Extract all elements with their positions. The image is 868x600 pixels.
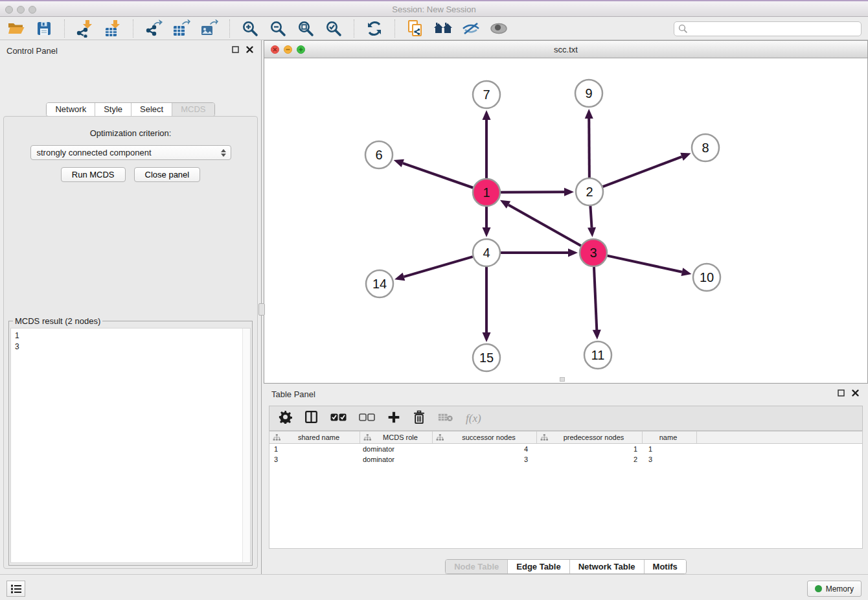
app-titlebar: Session: New Session — [0, 0, 868, 17]
task-history-button[interactable] — [6, 581, 25, 597]
tab-select[interactable]: Select — [131, 103, 172, 116]
open-session-icon[interactable] — [6, 19, 26, 38]
edge-3-1[interactable] — [508, 205, 581, 246]
table-panel-header: Table Panel — [264, 384, 868, 405]
tab-style[interactable]: Style — [95, 103, 131, 116]
delete-table-icon — [438, 412, 453, 425]
node-table: shared name MCDS role successor nodes pr… — [269, 431, 863, 549]
hide-selected-icon[interactable] — [461, 19, 481, 38]
import-network-icon[interactable] — [75, 19, 95, 38]
settings-gear-icon[interactable] — [279, 410, 292, 426]
toolbar-separator — [229, 19, 230, 38]
node-label-2: 2 — [586, 185, 593, 199]
export-table-icon[interactable] — [172, 19, 191, 38]
list-icon — [11, 584, 21, 594]
attribute-tree-icon — [436, 434, 444, 441]
toolbar-separator — [133, 19, 133, 38]
save-session-icon[interactable] — [34, 19, 54, 38]
refresh-network-icon[interactable] — [365, 19, 384, 38]
memory-status-icon — [815, 585, 822, 592]
edge-1-6[interactable] — [403, 163, 473, 188]
split-panel-icon[interactable] — [304, 410, 318, 426]
select-stepper-icon — [220, 147, 227, 159]
optimization-criterion-label: Optimization criterion: — [4, 128, 257, 138]
function-builder-icon: f(x) — [466, 412, 481, 425]
mcds-panel-body: Optimization criterion: strongly connect… — [3, 116, 258, 569]
edge-2-8[interactable] — [603, 157, 682, 187]
tab-edge-table[interactable]: Edge Table — [507, 560, 569, 573]
zoom-in-icon[interactable] — [240, 19, 260, 38]
node-label-6: 6 — [375, 148, 382, 162]
home-view-icon[interactable] — [433, 19, 453, 38]
float-table-panel-icon[interactable] — [838, 389, 845, 397]
tab-node-table[interactable]: Node Table — [446, 560, 507, 573]
mcds-result-line: 1 — [15, 330, 238, 341]
tab-network[interactable]: Network — [47, 103, 95, 116]
node-label-14: 14 — [372, 277, 387, 291]
table-row[interactable]: 3 dominator 3 2 3 — [269, 454, 862, 465]
column-header-shared-name[interactable]: shared name — [269, 432, 360, 443]
edge-3-10[interactable] — [607, 256, 681, 272]
control-panel-title: Control Panel — [6, 46, 58, 56]
toolbar-separator — [354, 19, 354, 38]
add-column-icon[interactable] — [387, 411, 400, 426]
clone-network-icon[interactable] — [405, 19, 425, 38]
zoom-fit-icon[interactable] — [296, 19, 315, 38]
zoom-out-icon[interactable] — [268, 19, 288, 38]
canvas-resize-grip[interactable] — [560, 377, 565, 382]
node-label-15: 15 — [479, 351, 494, 365]
edge-arrowhead — [593, 330, 601, 340]
network-canvas[interactable]: 7968124314101511 — [264, 58, 867, 383]
criterion-value: strongly connected component — [37, 148, 152, 157]
edge-arrowhead — [681, 268, 692, 276]
splitter-grip[interactable] — [258, 303, 265, 316]
show-eye-icon[interactable] — [489, 19, 508, 38]
float-panel-icon[interactable] — [232, 46, 239, 53]
edge-4-14[interactable] — [404, 257, 472, 277]
table-header-row: shared name MCDS role successor nodes pr… — [269, 432, 862, 444]
criterion-select[interactable]: strongly connected component — [30, 145, 231, 160]
delete-column-icon[interactable] — [413, 410, 426, 427]
zoom-selected-icon[interactable] — [324, 19, 343, 38]
select-all-icon[interactable] — [330, 413, 347, 424]
attribute-tree-icon — [273, 434, 280, 441]
mcds-result-box[interactable]: 1 3 — [10, 328, 251, 563]
network-view-window: scc.txt 7968124314101511 — [264, 40, 868, 384]
network-window-title: scc.txt — [264, 45, 867, 54]
column-header-predecessor-nodes[interactable]: predecessor nodes — [537, 432, 643, 443]
attribute-tree-icon — [363, 434, 371, 441]
close-table-panel-icon[interactable] — [852, 389, 859, 397]
control-panel-tabs: Network Style Select MCDS — [0, 102, 261, 117]
edge-1-2[interactable] — [501, 192, 564, 192]
run-mcds-button[interactable]: Run MCDS — [61, 167, 126, 182]
close-panel-icon[interactable] — [246, 46, 253, 53]
export-image-icon[interactable] — [200, 19, 219, 38]
tab-motifs[interactable]: Motifs — [644, 560, 686, 573]
tab-network-table[interactable]: Network Table — [569, 560, 644, 573]
network-window-titlebar[interactable]: scc.txt — [264, 41, 867, 58]
column-header-mcds-role[interactable]: MCDS role — [360, 432, 433, 443]
memory-button[interactable]: Memory — [807, 581, 862, 597]
deselect-all-icon[interactable] — [359, 413, 375, 424]
edge-3-11[interactable] — [594, 267, 597, 330]
close-panel-button[interactable]: Close panel — [134, 167, 201, 182]
column-header-name[interactable]: name — [643, 432, 697, 443]
mcds-result-line: 3 — [15, 341, 238, 352]
table-panel-title: Table Panel — [271, 389, 315, 399]
export-network-icon[interactable] — [144, 19, 163, 38]
table-toolbar: f(x) — [269, 406, 863, 431]
node-label-1: 1 — [483, 185, 490, 200]
table-row[interactable]: 1 dominator 4 1 1 — [269, 444, 862, 454]
edge-arrowhead — [483, 332, 491, 342]
toolbar-separator — [394, 19, 395, 38]
tab-mcds[interactable]: MCDS — [172, 103, 214, 116]
import-table-icon[interactable] — [103, 19, 122, 38]
result-scrollbar[interactable] — [242, 329, 250, 562]
status-bar: Memory — [0, 574, 868, 600]
edge-2-3[interactable] — [590, 206, 591, 227]
column-header-filler — [697, 432, 862, 443]
edge-arrowhead — [564, 188, 574, 196]
edge-2-9[interactable] — [589, 119, 589, 178]
column-header-successor-nodes[interactable]: successor nodes — [433, 432, 537, 443]
search-input[interactable] — [674, 21, 862, 36]
